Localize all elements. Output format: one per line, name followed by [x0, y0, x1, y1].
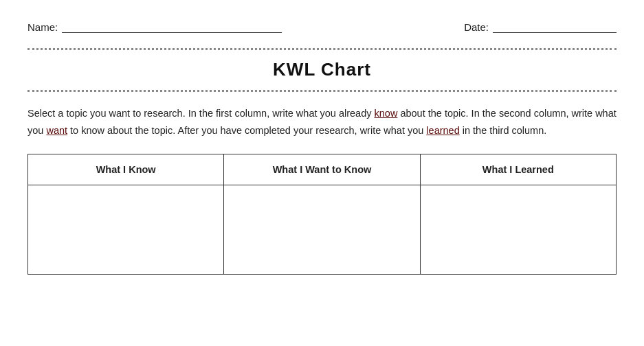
col3-header: What I Learned	[420, 154, 616, 185]
col2-cell[interactable]	[224, 185, 420, 275]
col3-cell[interactable]	[420, 185, 616, 275]
date-field: Date:	[464, 21, 617, 33]
instructions-part1: Select a topic you want to research. In …	[27, 108, 375, 119]
kwl-table: What I Know What I Want to Know What I L…	[27, 154, 617, 275]
col1-header: What I Know	[28, 154, 224, 185]
name-line	[62, 21, 282, 33]
date-line	[493, 21, 617, 33]
table-header-row: What I Know What I Want to Know What I L…	[28, 154, 617, 185]
col2-header: What I Want to Know	[224, 154, 420, 185]
name-field: Name:	[27, 21, 282, 33]
bottom-divider	[27, 87, 617, 94]
col1-cell[interactable]	[28, 185, 224, 275]
name-label: Name:	[27, 21, 58, 33]
instructions-link-want: want	[46, 125, 67, 136]
chart-title: KWL Chart	[27, 59, 617, 80]
instructions-link-know: know	[375, 108, 398, 119]
instructions-part4: in the third column.	[460, 125, 547, 136]
instructions-text: Select a topic you want to research. In …	[27, 105, 617, 139]
top-divider	[27, 45, 617, 52]
instructions-part3: to know about the topic. After you have …	[67, 125, 426, 136]
table-row	[28, 185, 617, 275]
header-row: Name: Date:	[27, 21, 617, 33]
instructions-link-learned: learned	[426, 125, 459, 136]
date-label: Date:	[464, 21, 489, 33]
